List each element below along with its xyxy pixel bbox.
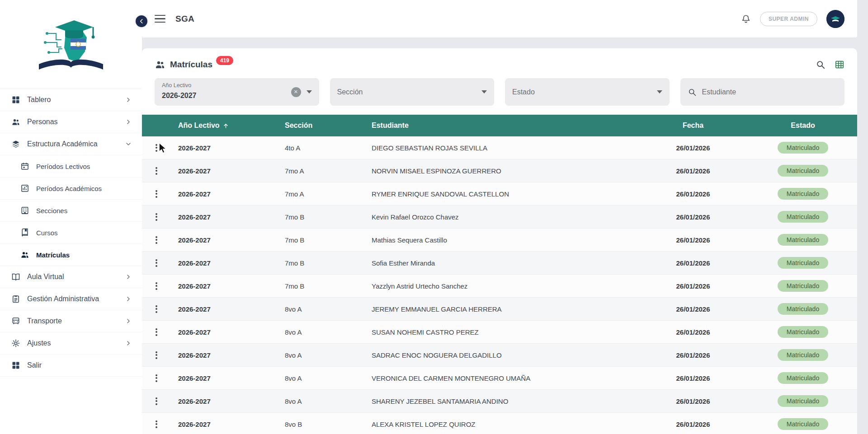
cell-estado: Matriculado <box>749 418 857 430</box>
cell-estado: Matriculado <box>749 165 857 177</box>
cell-fecha: 26/01/2026 <box>637 144 749 152</box>
sidebar-item-label: Ajustes <box>27 339 51 347</box>
row-menu-button[interactable] <box>149 416 164 432</box>
row-menu-button[interactable] <box>149 301 164 317</box>
column-label: Estado <box>791 121 815 130</box>
role-badge[interactable]: SUPER ADMIN <box>760 12 817 26</box>
table-row: 2026-2027 8vo A SADRAC ENOC NOGUERA DELG… <box>142 344 857 367</box>
sidebar-collapse-button[interactable] <box>135 14 148 28</box>
filter-seccion[interactable]: Sección <box>330 78 495 106</box>
sidebar-item-estructura-academica[interactable]: Estructura Académica <box>0 133 142 155</box>
cell-seccion: 8vo A <box>281 328 368 336</box>
sidebar-item-ajustes[interactable]: Ajustes <box>0 332 142 355</box>
search-icon <box>688 88 697 97</box>
cell-fecha: 26/01/2026 <box>637 397 749 405</box>
dropdown-caret-icon <box>657 90 662 93</box>
filter-estado[interactable]: Estado <box>505 78 670 106</box>
row-menu-button[interactable] <box>149 232 164 247</box>
table-row: 2026-2027 8vo A VERONICA DEL CARMEN MONT… <box>142 367 857 390</box>
school-logo <box>0 0 142 89</box>
sidebar-item-cursos[interactable]: Cursos <box>0 222 142 244</box>
cell-fecha: 26/01/2026 <box>637 259 749 267</box>
table-row: 2026-2027 7mo A RYMER ENRIQUE SANDOVAL C… <box>142 182 857 205</box>
row-menu-button[interactable] <box>149 163 164 178</box>
sidebar-item-secciones[interactable]: Secciones <box>0 200 142 222</box>
row-menu-button[interactable] <box>149 347 164 363</box>
row-menu-button[interactable] <box>149 324 164 340</box>
status-badge: Matriculado <box>778 211 828 223</box>
cell-seccion: 7mo B <box>281 259 368 267</box>
cell-estado: Matriculado <box>749 280 857 292</box>
sidebar-item-aula-virtual[interactable]: Aula Virtual <box>0 266 142 288</box>
status-badge: Matriculado <box>778 349 828 361</box>
sidebar-item-label: Aula Virtual <box>27 273 64 281</box>
column-label: Año Lectivo <box>178 121 220 130</box>
chevron-right-icon <box>125 273 132 280</box>
cell-seccion: 7mo A <box>281 190 368 198</box>
table-header-estado[interactable]: Estado <box>749 121 857 130</box>
building-icon <box>20 205 30 215</box>
row-menu-button[interactable] <box>149 140 164 155</box>
cell-estado: Matriculado <box>749 211 857 223</box>
cell-seccion: 7mo B <box>281 236 368 244</box>
filter-estudiante-search[interactable]: Estudiante <box>680 78 845 106</box>
search-icon[interactable] <box>816 60 826 70</box>
calendar-icon <box>20 161 30 171</box>
column-label: Fecha <box>683 121 703 130</box>
cell-estado: Matriculado <box>749 372 857 384</box>
avatar[interactable] <box>826 10 844 28</box>
table-row: 2026-2027 8vo A SUSAN NOHEMI CASTRO PERE… <box>142 321 857 344</box>
cell-seccion: 8vo A <box>281 305 368 313</box>
bell-icon[interactable] <box>741 14 751 24</box>
sidebar-item-label: Gestión Administrativa <box>27 295 99 303</box>
row-menu-button[interactable] <box>149 186 164 201</box>
cell-estudiante: SUSAN NOHEMI CASTRO PEREZ <box>368 328 637 336</box>
table-header: Año Lectivo Sección Estudiante Fecha Est… <box>142 115 857 136</box>
bus-icon <box>11 316 21 326</box>
row-menu-button[interactable] <box>149 255 164 271</box>
search-placeholder: Estudiante <box>702 88 736 96</box>
sidebar-item-salir[interactable]: Salir <box>0 355 142 377</box>
filter-ano-lectivo[interactable]: Año Lectivo 2026-2027 × <box>155 78 319 106</box>
sidebar-item-personas[interactable]: Personas <box>0 111 142 133</box>
sidebar-item-label: Tablero <box>27 96 51 104</box>
cell-ano-lectivo: 2026-2027 <box>171 351 281 359</box>
clear-filter-icon[interactable]: × <box>291 87 301 97</box>
cell-estudiante: SHARENY JEZEBEL SANTAMARIA ANDINO <box>368 397 637 405</box>
row-menu-button[interactable] <box>149 393 164 409</box>
sidebar-item-transporte[interactable]: Transporte <box>0 310 142 332</box>
table-header-estudiante[interactable]: Estudiante <box>368 121 637 130</box>
table-row: 2026-2027 8vo B ALEXA KRISTEL LOPEZ QUIR… <box>142 413 857 434</box>
sidebar-item-matriculas[interactable]: Matrículas <box>0 244 142 266</box>
menu-icon[interactable] <box>155 15 165 23</box>
chevron-right-icon <box>125 295 132 303</box>
export-table-icon[interactable] <box>835 60 844 70</box>
cell-ano-lectivo: 2026-2027 <box>171 236 281 244</box>
cell-estudiante: Sofia Esther Miranda <box>368 259 637 267</box>
people-icon <box>20 250 30 260</box>
row-menu-button[interactable] <box>149 370 164 386</box>
status-badge: Matriculado <box>778 372 828 384</box>
status-badge: Matriculado <box>778 257 828 269</box>
sidebar-item-periodos-academicos[interactable]: Períodos Académicos <box>0 177 142 200</box>
row-menu-button[interactable] <box>149 278 164 294</box>
table-header-seccion[interactable]: Sección <box>281 121 368 130</box>
cell-estado: Matriculado <box>749 395 857 407</box>
topbar: SGA SUPER ADMIN <box>142 0 857 37</box>
sidebar-item-tablero[interactable]: Tablero <box>0 89 142 111</box>
status-badge: Matriculado <box>778 326 828 338</box>
cell-ano-lectivo: 2026-2027 <box>171 374 281 382</box>
cell-estado: Matriculado <box>749 303 857 315</box>
table-header-ano-lectivo[interactable]: Año Lectivo <box>171 121 281 130</box>
cell-fecha: 26/01/2026 <box>637 190 749 198</box>
cell-seccion: 8vo A <box>281 351 368 359</box>
chevron-right-icon <box>125 118 132 126</box>
cell-fecha: 26/01/2026 <box>637 351 749 359</box>
row-menu-button[interactable] <box>149 209 164 224</box>
sidebar-item-label: Secciones <box>36 207 67 215</box>
sidebar-item-periodos-lectivos[interactable]: Períodos Lectivos <box>0 155 142 177</box>
table-header-fecha[interactable]: Fecha <box>637 121 749 130</box>
cell-fecha: 26/01/2026 <box>637 328 749 336</box>
sidebar-item-label: Transporte <box>27 317 62 325</box>
sidebar-item-gestion-administrativa[interactable]: Gestión Administrativa <box>0 288 142 310</box>
